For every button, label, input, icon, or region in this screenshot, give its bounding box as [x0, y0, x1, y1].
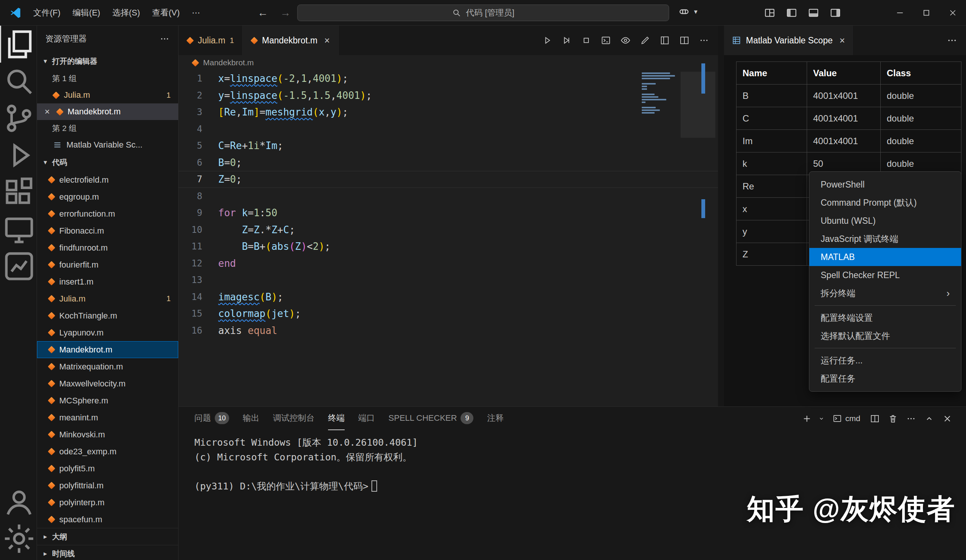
menu-item-command-prompt[interactable]: Command Prompt (默认): [809, 194, 961, 212]
nav-back-icon[interactable]: ←: [251, 7, 274, 19]
new-terminal-button[interactable]: [798, 410, 815, 427]
activity-account-icon[interactable]: [0, 483, 37, 520]
vs-row-im[interactable]: Im4001x4001double: [736, 130, 961, 153]
activity-search-icon[interactable]: [0, 62, 37, 100]
menu-item[interactable]: ⋯: [186, 6, 206, 20]
tab-matlab-variable-scope[interactable]: Matlab Variable Scope ×: [724, 26, 853, 55]
timeline-section-header[interactable]: ▸ 时间线: [37, 545, 178, 560]
code-editor[interactable]: 1x=linspace(-2,1,4001);2y=linspace(-1.5,…: [179, 70, 718, 339]
tab-mandekbrot-m[interactable]: Mandekbrot.m×: [243, 26, 338, 55]
menu-v[interactable]: 查看(V): [146, 5, 186, 21]
menu-item-item[interactable]: 配置任务: [809, 370, 961, 388]
minimize-button[interactable]: [887, 0, 913, 26]
panel-tab-item[interactable]: 调试控制台: [273, 407, 314, 430]
terminal-instance-cmd[interactable]: cmd: [828, 414, 865, 424]
toggle-panel-icon[interactable]: [807, 7, 820, 19]
file-findfunroot-m[interactable]: findfunroot.m: [37, 239, 178, 256]
file-julia-m[interactable]: Julia.m1: [37, 290, 178, 307]
menu-item-item[interactable]: 选择默认配置文件: [809, 327, 961, 345]
file-minkovski-m[interactable]: Minkovski.m: [37, 426, 178, 443]
file-polyfittrial-m[interactable]: polyfittrial.m: [37, 477, 178, 494]
panel-tab-item[interactable]: 问题10: [194, 407, 229, 430]
menu-item-matlab[interactable]: MATLAB: [809, 248, 961, 266]
tab-julia-m[interactable]: Julia.m1: [179, 26, 243, 55]
stop-icon[interactable]: [578, 32, 595, 49]
open-editor-mandekbrot-m[interactable]: ×Mandekbrot.m: [37, 103, 178, 120]
close-icon[interactable]: ×: [324, 35, 330, 46]
activity-explorer-icon[interactable]: [0, 26, 37, 62]
panel-more-actions[interactable]: [903, 410, 919, 427]
file-ode23-exmp-m[interactable]: ode23_exmp.m: [37, 443, 178, 460]
open-editor-julia-m[interactable]: Julia.m1: [37, 87, 178, 103]
toggle-secondary-sidebar-icon[interactable]: [830, 7, 841, 19]
vs-row-b[interactable]: B4001x4001double: [736, 85, 961, 107]
panel-tab-item[interactable]: 端口: [358, 407, 375, 430]
copilot-icon[interactable]: ▾: [678, 5, 700, 18]
menu-e[interactable]: 编辑(E): [66, 5, 106, 21]
terminal-profile-dropdown[interactable]: [816, 410, 826, 427]
split-icon[interactable]: [676, 32, 693, 49]
run-all-icon[interactable]: [558, 32, 575, 49]
panel-tab-item[interactable]: 终端: [328, 407, 345, 430]
menu-item-powershell[interactable]: PowerShell: [809, 176, 961, 194]
activity-source-control-icon[interactable]: [0, 100, 37, 136]
minimap[interactable]: [642, 72, 684, 115]
file-maxwellvelocity-m[interactable]: Maxwellvelocity.m: [37, 375, 178, 392]
folder-header[interactable]: ▾ 代码: [37, 153, 178, 171]
maximize-panel-button[interactable]: [921, 410, 937, 427]
file-insert1-m[interactable]: insert1.m: [37, 273, 178, 290]
open-editors-header[interactable]: ▾ 打开的编辑器: [37, 52, 178, 70]
file-spacefun-m[interactable]: spacefun.m: [37, 511, 178, 528]
file-kochtriangle-m[interactable]: KochTriangle.m: [37, 307, 178, 324]
close-icon[interactable]: ×: [42, 107, 52, 117]
outline-section-header[interactable]: ▸ 大纲: [37, 528, 178, 545]
file-meanint-m[interactable]: meanint.m: [37, 409, 178, 426]
command-center-search[interactable]: 代码 [管理员]: [297, 5, 669, 21]
open-editor-matlab-variable-sc[interactable]: Matlab Variable Sc...: [37, 136, 178, 153]
file-errorfunction-m[interactable]: errorfunction.m: [37, 205, 178, 222]
editor-scrollbar[interactable]: [681, 72, 715, 138]
close-panel-button[interactable]: [939, 410, 955, 427]
toggle-sidebar-icon[interactable]: [785, 7, 798, 19]
menu-item-item[interactable]: 配置终端设置: [809, 309, 961, 327]
panel-tab-spell-checker[interactable]: SPELL CHECKER9: [388, 407, 473, 430]
more-icon[interactable]: [695, 32, 713, 49]
editor-sash[interactable]: [718, 26, 724, 406]
preview-icon[interactable]: [617, 32, 634, 49]
menu-f[interactable]: 文件(F): [27, 5, 66, 21]
close-button[interactable]: [940, 0, 966, 26]
activity-remote-explorer-icon[interactable]: [0, 210, 37, 248]
file-eqgroup-m[interactable]: eqgroup.m: [37, 188, 178, 205]
menu-s[interactable]: 选择(S): [106, 5, 146, 21]
activity-run-debug-icon[interactable]: [0, 136, 37, 174]
edit-icon[interactable]: [636, 32, 654, 49]
run-icon[interactable]: [538, 32, 556, 49]
menu-item-javascript[interactable]: JavaScript 调试终端: [809, 230, 961, 248]
activity-extensions-icon[interactable]: [0, 174, 37, 210]
book-icon[interactable]: [656, 32, 674, 49]
panel-tab-item[interactable]: 输出: [243, 407, 260, 430]
terminal-output[interactable]: Microsoft Windows [版本 10.0.26100.4061](c…: [179, 430, 966, 494]
more-actions-icon[interactable]: [946, 35, 958, 46]
file-mcsphere-m[interactable]: MCSphere.m: [37, 392, 178, 409]
file-matrixequation-m[interactable]: Matrixequation.m: [37, 358, 178, 375]
maximize-button[interactable]: [913, 0, 940, 26]
kill-terminal-button[interactable]: [884, 410, 901, 427]
menu-item-spell-checker-repl[interactable]: Spell Checker REPL: [809, 266, 961, 284]
menu-item-item[interactable]: 拆分终端›: [809, 284, 961, 302]
activity-chart-tool-icon[interactable]: [0, 248, 37, 284]
file-mandekbrot-m[interactable]: Mandekbrot.m: [37, 341, 178, 358]
activity-settings-icon[interactable]: [0, 520, 37, 557]
breadcrumb[interactable]: Mandekbrot.m: [179, 55, 718, 70]
run-terminal-icon[interactable]: [597, 32, 614, 49]
file-lyapunov-m[interactable]: Lyapunov.m: [37, 324, 178, 341]
file-polyinterp-m[interactable]: polyinterp.m: [37, 494, 178, 511]
file-fibonacci-m[interactable]: Fibonacci.m: [37, 222, 178, 239]
nav-forward-icon[interactable]: →: [274, 7, 297, 19]
file-electrofield-m[interactable]: electrofield.m: [37, 171, 178, 188]
customize-layout-icon[interactable]: [764, 7, 776, 19]
more-actions-icon[interactable]: [159, 34, 170, 44]
file-fourierfit-m[interactable]: fourierfit.m: [37, 256, 178, 273]
close-icon[interactable]: ×: [840, 35, 845, 46]
menu-item-item[interactable]: 运行任务...: [809, 351, 961, 370]
